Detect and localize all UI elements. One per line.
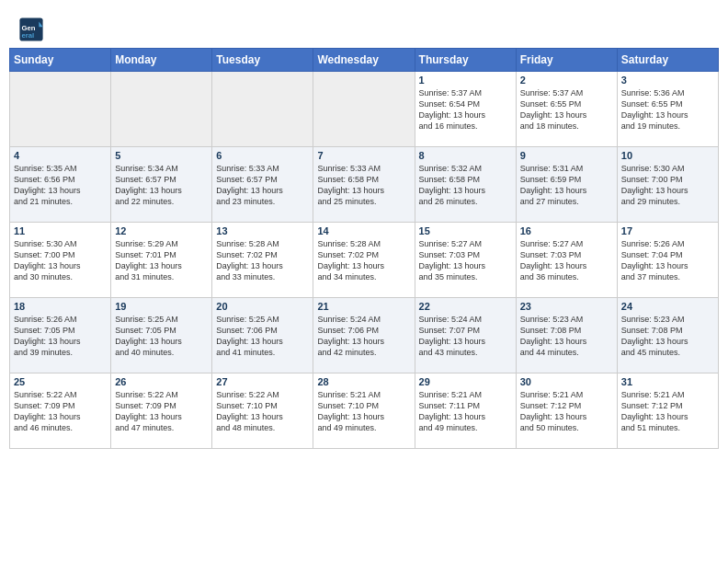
day-cell: 30Sunrise: 5:21 AMSunset: 7:12 PMDayligh… <box>516 373 617 449</box>
day-number: 13 <box>216 225 309 236</box>
day-number: 31 <box>621 376 714 387</box>
day-info: Sunrise: 5:24 AMSunset: 7:06 PMDaylight:… <box>317 314 410 359</box>
day-number: 27 <box>216 376 309 387</box>
day-cell: 15Sunrise: 5:27 AMSunset: 7:03 PMDayligh… <box>415 223 516 298</box>
calendar: SundayMondayTuesdayWednesdayThursdayFrid… <box>9 48 719 449</box>
day-cell: 28Sunrise: 5:21 AMSunset: 7:10 PMDayligh… <box>313 373 415 449</box>
day-info: Sunrise: 5:21 AMSunset: 7:11 PMDaylight:… <box>419 389 512 434</box>
day-info: Sunrise: 5:29 AMSunset: 7:01 PMDaylight:… <box>115 238 208 283</box>
day-number: 10 <box>621 150 714 161</box>
day-cell: 9Sunrise: 5:31 AMSunset: 6:59 PMDaylight… <box>516 147 617 223</box>
day-cell: 22Sunrise: 5:24 AMSunset: 7:07 PMDayligh… <box>415 298 516 373</box>
day-info: Sunrise: 5:33 AMSunset: 6:57 PMDaylight:… <box>216 163 309 208</box>
day-cell: 20Sunrise: 5:25 AMSunset: 7:06 PMDayligh… <box>212 298 313 373</box>
day-cell: 19Sunrise: 5:25 AMSunset: 7:05 PMDayligh… <box>111 298 212 373</box>
day-number: 25 <box>14 376 107 387</box>
day-info: Sunrise: 5:30 AMSunset: 7:00 PMDaylight:… <box>621 163 714 208</box>
day-number: 17 <box>621 225 714 236</box>
day-cell: 5Sunrise: 5:34 AMSunset: 6:57 PMDaylight… <box>111 147 212 223</box>
day-info: Sunrise: 5:26 AMSunset: 7:04 PMDaylight:… <box>621 238 714 283</box>
weekday-header-wednesday: Wednesday <box>313 49 415 72</box>
weekday-header-sunday: Sunday <box>10 49 111 72</box>
day-info: Sunrise: 5:22 AMSunset: 7:09 PMDaylight:… <box>14 389 107 434</box>
day-number: 22 <box>419 301 512 312</box>
day-cell: 27Sunrise: 5:22 AMSunset: 7:10 PMDayligh… <box>212 373 313 449</box>
day-info: Sunrise: 5:23 AMSunset: 7:08 PMDaylight:… <box>621 314 714 359</box>
weekday-header-monday: Monday <box>111 49 212 72</box>
week-row-3: 11Sunrise: 5:30 AMSunset: 7:00 PMDayligh… <box>10 223 719 298</box>
day-cell: 16Sunrise: 5:27 AMSunset: 7:03 PMDayligh… <box>516 223 617 298</box>
day-cell: 2Sunrise: 5:37 AMSunset: 6:55 PMDaylight… <box>516 72 617 147</box>
day-cell: 4Sunrise: 5:35 AMSunset: 6:56 PMDaylight… <box>10 147 111 223</box>
day-cell: 18Sunrise: 5:26 AMSunset: 7:05 PMDayligh… <box>10 298 111 373</box>
day-number: 1 <box>419 75 512 86</box>
day-cell: 17Sunrise: 5:26 AMSunset: 7:04 PMDayligh… <box>617 223 718 298</box>
day-info: Sunrise: 5:27 AMSunset: 7:03 PMDaylight:… <box>419 238 512 283</box>
day-info: Sunrise: 5:31 AMSunset: 6:59 PMDaylight:… <box>520 163 613 208</box>
day-cell: 26Sunrise: 5:22 AMSunset: 7:09 PMDayligh… <box>111 373 212 449</box>
day-info: Sunrise: 5:30 AMSunset: 7:00 PMDaylight:… <box>14 238 107 283</box>
day-info: Sunrise: 5:24 AMSunset: 7:07 PMDaylight:… <box>419 314 512 359</box>
week-row-4: 18Sunrise: 5:26 AMSunset: 7:05 PMDayligh… <box>10 298 719 373</box>
day-cell: 11Sunrise: 5:30 AMSunset: 7:00 PMDayligh… <box>10 223 111 298</box>
day-info: Sunrise: 5:34 AMSunset: 6:57 PMDaylight:… <box>115 163 208 208</box>
day-info: Sunrise: 5:27 AMSunset: 7:03 PMDaylight:… <box>520 238 613 283</box>
day-info: Sunrise: 5:22 AMSunset: 7:10 PMDaylight:… <box>216 389 309 434</box>
day-cell: 14Sunrise: 5:28 AMSunset: 7:02 PMDayligh… <box>313 223 415 298</box>
week-row-5: 25Sunrise: 5:22 AMSunset: 7:09 PMDayligh… <box>10 373 719 449</box>
day-cell <box>313 72 415 147</box>
svg-text:eral: eral <box>22 31 35 40</box>
header: Gen eral <box>9 9 719 48</box>
day-info: Sunrise: 5:21 AMSunset: 7:12 PMDaylight:… <box>621 389 714 434</box>
day-number: 14 <box>317 225 410 236</box>
day-info: Sunrise: 5:22 AMSunset: 7:09 PMDaylight:… <box>115 389 208 434</box>
day-info: Sunrise: 5:37 AMSunset: 6:54 PMDaylight:… <box>419 87 512 132</box>
day-cell: 6Sunrise: 5:33 AMSunset: 6:57 PMDaylight… <box>212 147 313 223</box>
day-info: Sunrise: 5:25 AMSunset: 7:06 PMDaylight:… <box>216 314 309 359</box>
day-number: 21 <box>317 301 410 312</box>
day-cell: 8Sunrise: 5:32 AMSunset: 6:58 PMDaylight… <box>415 147 516 223</box>
day-number: 3 <box>621 75 714 86</box>
weekday-header-tuesday: Tuesday <box>212 49 313 72</box>
day-info: Sunrise: 5:36 AMSunset: 6:55 PMDaylight:… <box>621 87 714 132</box>
week-row-1: 1Sunrise: 5:37 AMSunset: 6:54 PMDaylight… <box>10 72 719 147</box>
day-number: 29 <box>419 376 512 387</box>
day-number: 24 <box>621 301 714 312</box>
day-number: 20 <box>216 301 309 312</box>
day-number: 12 <box>115 225 208 236</box>
day-number: 4 <box>14 150 107 161</box>
day-number: 8 <box>419 150 512 161</box>
day-number: 28 <box>317 376 410 387</box>
day-cell: 21Sunrise: 5:24 AMSunset: 7:06 PMDayligh… <box>313 298 415 373</box>
day-cell: 31Sunrise: 5:21 AMSunset: 7:12 PMDayligh… <box>617 373 718 449</box>
day-info: Sunrise: 5:23 AMSunset: 7:08 PMDaylight:… <box>520 314 613 359</box>
week-row-2: 4Sunrise: 5:35 AMSunset: 6:56 PMDaylight… <box>10 147 719 223</box>
logo: Gen eral <box>18 17 48 42</box>
day-cell: 3Sunrise: 5:36 AMSunset: 6:55 PMDaylight… <box>617 72 718 147</box>
day-cell: 29Sunrise: 5:21 AMSunset: 7:11 PMDayligh… <box>415 373 516 449</box>
day-number: 2 <box>520 75 613 86</box>
day-cell: 7Sunrise: 5:33 AMSunset: 6:58 PMDaylight… <box>313 147 415 223</box>
day-cell: 13Sunrise: 5:28 AMSunset: 7:02 PMDayligh… <box>212 223 313 298</box>
weekday-header-thursday: Thursday <box>415 49 516 72</box>
weekday-header-friday: Friday <box>516 49 617 72</box>
day-number: 11 <box>14 225 107 236</box>
day-number: 7 <box>317 150 410 161</box>
day-cell <box>111 72 212 147</box>
day-cell: 12Sunrise: 5:29 AMSunset: 7:01 PMDayligh… <box>111 223 212 298</box>
day-number: 23 <box>520 301 613 312</box>
weekday-header-saturday: Saturday <box>617 49 718 72</box>
day-cell <box>10 72 111 147</box>
day-info: Sunrise: 5:33 AMSunset: 6:58 PMDaylight:… <box>317 163 410 208</box>
day-cell: 1Sunrise: 5:37 AMSunset: 6:54 PMDaylight… <box>415 72 516 147</box>
day-info: Sunrise: 5:26 AMSunset: 7:05 PMDaylight:… <box>14 314 107 359</box>
day-number: 19 <box>115 301 208 312</box>
logo-icon: Gen eral <box>18 17 44 42</box>
day-info: Sunrise: 5:37 AMSunset: 6:55 PMDaylight:… <box>520 87 613 132</box>
day-cell: 24Sunrise: 5:23 AMSunset: 7:08 PMDayligh… <box>617 298 718 373</box>
day-cell: 10Sunrise: 5:30 AMSunset: 7:00 PMDayligh… <box>617 147 718 223</box>
day-info: Sunrise: 5:28 AMSunset: 7:02 PMDaylight:… <box>317 238 410 283</box>
day-number: 26 <box>115 376 208 387</box>
day-number: 6 <box>216 150 309 161</box>
day-info: Sunrise: 5:35 AMSunset: 6:56 PMDaylight:… <box>14 163 107 208</box>
